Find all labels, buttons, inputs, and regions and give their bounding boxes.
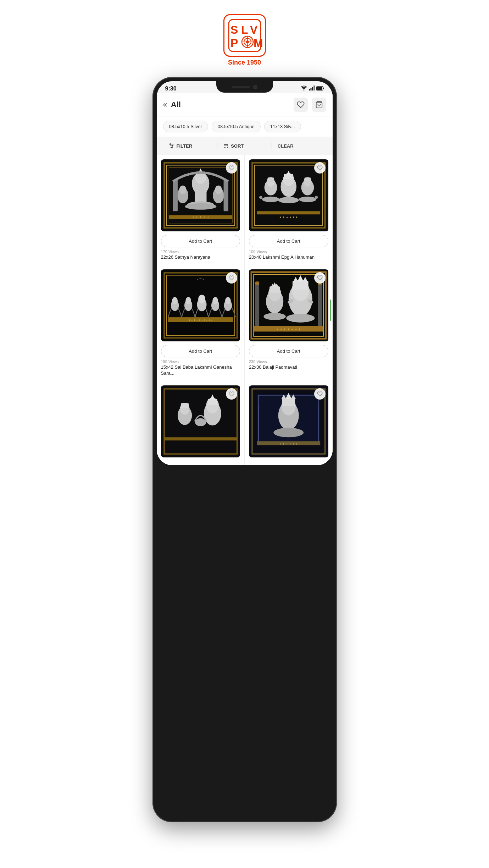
status-time: 9:30: [165, 86, 177, 92]
svg-rect-17: [323, 88, 324, 89]
chip-silver-11-13[interactable]: 11x13 Silv...: [264, 121, 301, 132]
phone-frame: 9:30: [152, 77, 337, 822]
svg-point-100: [263, 313, 286, 320]
add-to-cart-btn-2[interactable]: Add to Cart: [249, 235, 328, 247]
svg-rect-105: [318, 282, 322, 326]
svg-point-71: [172, 297, 178, 304]
views-2: 109 Views: [249, 249, 328, 254]
svg-text:✦ ✦ ✦ ✦ ✦: ✦ ✦ ✦ ✦ ✦: [191, 215, 209, 219]
svg-text:⌒: ⌒: [196, 278, 205, 287]
svg-rect-104: [255, 282, 259, 326]
svg-rect-118: [164, 437, 237, 440]
scroll-indicator: [330, 300, 331, 321]
wishlist-btn-4[interactable]: [314, 272, 326, 284]
product-grid: ✦ ✦ ✦ ✦ ✦ Add to Cart 170 Views 22x26 Sa…: [157, 155, 333, 465]
svg-rect-52: [268, 177, 274, 181]
add-to-cart-btn-4[interactable]: Add to Cart: [249, 345, 328, 357]
wishlist-btn-5[interactable]: [226, 388, 237, 400]
app-content: « All: [157, 93, 333, 465]
svg-text:M: M: [254, 37, 262, 49]
views-4: 239 Views: [249, 359, 328, 364]
svg-point-60: [262, 197, 279, 202]
svg-rect-16: [317, 87, 322, 90]
product-card-4: ✦ ✦ ✦ ✦ ✦ ✦ ✦ Add: [245, 265, 333, 381]
views-1: 170 Views: [161, 249, 240, 254]
svg-rect-12: [310, 88, 311, 90]
svg-rect-59: [304, 177, 311, 181]
speaker: [232, 86, 250, 88]
svg-point-62: [299, 197, 316, 202]
product-name-4: 22x30 Balaji Padmavati: [249, 364, 328, 370]
signal-icon: [309, 86, 315, 92]
front-camera: [253, 85, 257, 89]
product-name-1: 22x26 Sathya Narayana: [161, 254, 240, 260]
filter-chips-row: 08.5x10.5 Silver 08.5x10.5 Antique 11x13…: [157, 116, 333, 137]
svg-point-73: [185, 297, 191, 304]
header-title: All: [171, 100, 294, 109]
svg-point-129: [273, 428, 304, 437]
wishlist-btn-6[interactable]: [314, 388, 326, 400]
svg-rect-88: [269, 286, 280, 293]
clear-button[interactable]: CLEAR: [272, 141, 326, 152]
product-image-6: ✦ ✦ ✦ ✦ ✦ ✦: [249, 385, 328, 457]
svg-point-22: [170, 143, 171, 145]
wishlist-btn-2[interactable]: [314, 162, 326, 174]
product-card-6: ✦ ✦ ✦ ✦ ✦ ✦: [245, 381, 333, 465]
product-card-5: [157, 381, 245, 465]
svg-text:V: V: [250, 23, 258, 36]
clear-label: CLEAR: [278, 143, 294, 149]
filter-button[interactable]: FILTER: [163, 141, 217, 152]
filter-icon: [169, 143, 174, 148]
sort-icon: [223, 143, 229, 149]
chip-silver-8-5[interactable]: 08.5x10.5 Silver: [163, 121, 208, 132]
logo-box: S L V P M: [223, 14, 266, 57]
svg-rect-63: [257, 211, 320, 214]
logo-svg: S L V P M: [227, 18, 262, 53]
add-to-cart-btn-3[interactable]: Add to Cart: [161, 345, 240, 357]
svg-rect-125: [282, 399, 295, 406]
svg-rect-11: [309, 89, 310, 90]
sort-button[interactable]: SORT: [217, 140, 272, 152]
svg-point-79: [225, 297, 231, 304]
svg-rect-112: [180, 403, 188, 408]
product-image-4: ✦ ✦ ✦ ✦ ✦ ✦ ✦: [249, 269, 328, 341]
svg-rect-115: [207, 399, 217, 405]
svg-text:P: P: [230, 37, 238, 49]
svg-point-101: [286, 314, 315, 323]
product-name-2: 20x40 Lakshmi Epg A Hanuman: [249, 254, 328, 260]
battery-icon: [316, 86, 324, 92]
svg-point-40: [179, 186, 186, 194]
product-card-3: ✦✦✦✦✦✦✦✦✦✦ ⌒ Add to Cart 199 Views 15x42…: [157, 265, 245, 381]
cart-button[interactable]: [312, 98, 326, 112]
svg-point-65: [315, 196, 318, 199]
add-to-cart-btn-1[interactable]: Add to Cart: [161, 235, 240, 247]
wifi-icon: [301, 86, 307, 92]
svg-point-77: [212, 297, 218, 304]
product-image-3: ✦✦✦✦✦✦✦✦✦✦ ⌒: [161, 269, 240, 341]
status-icons: [301, 86, 324, 92]
wishlist-button[interactable]: [294, 98, 308, 112]
svg-rect-94: [293, 281, 309, 290]
svg-text:★ ★ ★ ★ ★ ★: ★ ★ ★ ★ ★ ★: [279, 216, 298, 219]
header-icons: [294, 98, 326, 112]
product-card-2: ★ ★ ★ ★ ★ ★ Add to Cart 109 Views 20x40 …: [245, 155, 333, 265]
back-button[interactable]: «: [163, 100, 167, 109]
filter-label: FILTER: [177, 143, 193, 149]
wishlist-btn-1[interactable]: [226, 162, 237, 174]
svg-text:L: L: [241, 23, 248, 36]
status-bar: 9:30: [157, 81, 333, 93]
svg-text:S: S: [230, 23, 238, 36]
logo-area: S L V P M Since 1950: [223, 14, 266, 66]
svg-rect-14: [313, 86, 315, 90]
svg-point-38: [185, 203, 216, 210]
svg-text:✦✦✦✦✦✦✦✦✦✦: ✦✦✦✦✦✦✦✦✦✦: [188, 319, 213, 322]
svg-point-23: [172, 145, 173, 147]
app-header: « All: [157, 93, 333, 116]
product-image-1: ✦ ✦ ✦ ✦ ✦: [161, 159, 240, 231]
product-name-3: 15x42 Sai Baba Lakshmi Ganesha Sara...: [161, 364, 240, 377]
chip-antique-8-5[interactable]: 08.5x10.5 Antique: [212, 121, 261, 132]
svg-rect-106: [255, 282, 259, 285]
wishlist-btn-3[interactable]: [226, 272, 237, 284]
svg-point-61: [278, 197, 299, 203]
product-card-1: ✦ ✦ ✦ ✦ ✦ Add to Cart 170 Views 22x26 Sa…: [157, 155, 245, 265]
